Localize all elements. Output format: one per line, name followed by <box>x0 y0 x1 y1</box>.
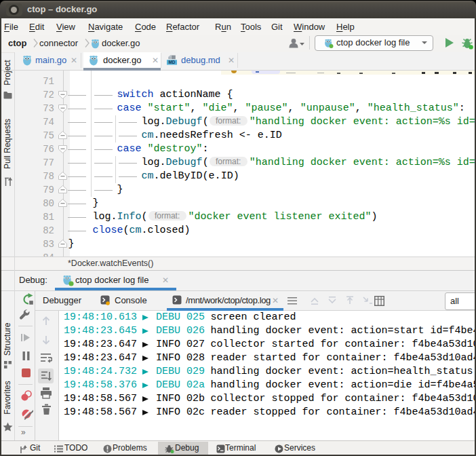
svg-text:MD: MD <box>169 60 176 64</box>
